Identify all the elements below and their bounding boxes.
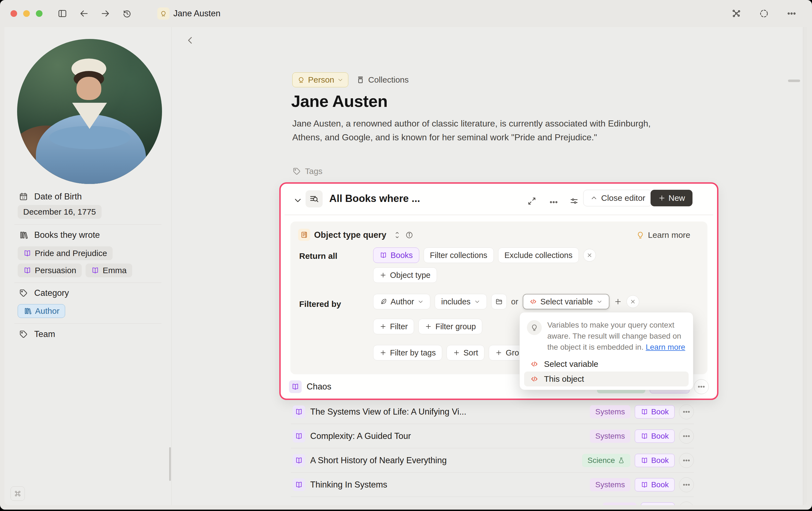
- add-filter-group-button[interactable]: Filter group: [418, 319, 482, 334]
- object-type-badge[interactable]: Book: [635, 405, 674, 419]
- forward-button[interactable]: [100, 8, 110, 19]
- object-sidebar: Date of Birth December 16, 1775 Books th…: [4, 27, 172, 505]
- add-sort-button[interactable]: Sort: [446, 345, 484, 360]
- books-type-chip[interactable]: Books: [373, 247, 419, 263]
- result-title: Thinking In Systems: [310, 480, 387, 490]
- open-book-icon: [23, 249, 31, 258]
- minimize-window-button[interactable]: [23, 10, 30, 17]
- open-book-icon: [641, 432, 648, 440]
- main-scrollbar[interactable]: [803, 27, 807, 505]
- shortcuts-button[interactable]: [10, 486, 25, 501]
- date-of-birth-value[interactable]: December 16, 1775: [18, 205, 102, 219]
- add-object-type-button[interactable]: Object type: [373, 267, 437, 283]
- back-button[interactable]: [79, 8, 89, 19]
- result-row[interactable]: The Systems View of Life: A Unifying Vi.…: [291, 400, 694, 424]
- select-variable-dropdown[interactable]: Select variable: [523, 294, 609, 310]
- filter-collections-button[interactable]: Filter collections: [424, 247, 494, 263]
- result-row[interactable]: Complexity: A Guided Tour Systems Book: [291, 424, 694, 448]
- book-pill[interactable]: Persuasion: [18, 264, 82, 277]
- open-book-icon: [293, 405, 305, 418]
- sidebar-scrollbar[interactable]: [169, 447, 171, 481]
- x-icon: [586, 252, 593, 259]
- profile-image[interactable]: [17, 39, 162, 184]
- query-block-icon-button[interactable]: [306, 190, 323, 208]
- result-row[interactable]: A Short History of Nearly Everything Sci…: [291, 448, 694, 473]
- query-more-button[interactable]: [549, 197, 558, 207]
- row-more-button[interactable]: [679, 477, 694, 492]
- history-button[interactable]: [122, 8, 132, 19]
- row-more-button[interactable]: [679, 453, 694, 468]
- variable-dropdown-popup: Variables to make your query context awa…: [519, 312, 693, 390]
- graph-view-button[interactable]: [731, 8, 741, 19]
- result-title: The Systems View of Life: A Unifying Vi.…: [310, 407, 466, 417]
- tag-badge-label: Systems: [595, 480, 625, 489]
- tag-badge[interactable]: Science: [582, 454, 631, 467]
- book-pill[interactable]: Emma: [86, 264, 132, 277]
- menu-item-select-variable[interactable]: Select variable: [524, 357, 689, 372]
- expand-icon: [527, 196, 536, 206]
- page-title[interactable]: Jane Austen: [291, 92, 387, 111]
- field-label: Books they wrote: [34, 230, 100, 240]
- add-filter-button[interactable]: Filter: [373, 319, 414, 334]
- learn-more-button[interactable]: Learn more: [636, 231, 690, 240]
- info-icon[interactable]: [405, 231, 413, 239]
- toggle-sidebar-button[interactable]: [57, 8, 67, 19]
- collections-button[interactable]: Collections: [356, 75, 409, 84]
- ellipsis-icon: [682, 432, 691, 440]
- menu-item-label: This object: [544, 374, 584, 384]
- result-title: A Short History of Nearly Everything: [310, 456, 446, 465]
- add-filter-value-button[interactable]: [614, 297, 622, 306]
- ellipsis-icon: [682, 408, 691, 416]
- tag-badge[interactable]: Systems: [590, 478, 630, 491]
- field-team: Team: [19, 329, 55, 339]
- object-type-badge[interactable]: Book: [635, 478, 674, 491]
- plus-icon: [379, 349, 387, 356]
- new-button[interactable]: New: [650, 190, 693, 206]
- close-window-button[interactable]: [10, 10, 17, 17]
- maximize-window-button[interactable]: [36, 10, 42, 17]
- focus-mode-button[interactable]: [759, 8, 769, 19]
- add-filter-group-label: Filter group: [435, 322, 476, 331]
- tag-badge[interactable]: Systems: [590, 430, 630, 443]
- close-editor-button[interactable]: Close editor: [583, 190, 652, 206]
- row-more-button[interactable]: [694, 379, 709, 394]
- filter-operator-select[interactable]: includes: [435, 294, 487, 310]
- row-more-button[interactable]: [679, 404, 694, 419]
- object-type-badge[interactable]: Book: [635, 454, 674, 467]
- collapse-panel-button[interactable]: [185, 35, 195, 45]
- plus-icon: [425, 323, 432, 330]
- page-description[interactable]: Jane Austen, a renowned author of classi…: [292, 116, 682, 144]
- object-type-badge[interactable]: Person: [292, 72, 348, 87]
- current-tab[interactable]: Jane Austen: [157, 7, 221, 20]
- window-more-button[interactable]: [787, 8, 796, 19]
- remove-return-row-button[interactable]: [583, 249, 596, 262]
- field-category: Category: [19, 288, 69, 298]
- tag-badge[interactable]: Systems: [590, 405, 630, 419]
- query-type-switcher-icon[interactable]: [394, 232, 401, 239]
- date-value-label: December 16, 1775: [23, 207, 96, 217]
- result-row[interactable]: Thinking In Systems Systems Book: [291, 473, 694, 497]
- code-icon: [529, 298, 537, 305]
- add-filter-by-tags-button[interactable]: Filter by tags: [373, 345, 442, 360]
- book-pill[interactable]: Pride and Prejudice: [18, 246, 113, 260]
- filter-property-select[interactable]: Author: [373, 294, 430, 310]
- exclude-collections-button[interactable]: Exclude collections: [498, 247, 579, 263]
- menu-item-this-object[interactable]: This object: [524, 372, 689, 386]
- pick-object-button[interactable]: [491, 294, 507, 310]
- query-type-label[interactable]: Object type query: [314, 230, 386, 240]
- object-type-badge[interactable]: Book: [635, 430, 674, 443]
- learn-more-link[interactable]: Learn more: [645, 343, 685, 351]
- tags-row[interactable]: Tags: [292, 166, 322, 176]
- drag-handle[interactable]: [788, 80, 800, 82]
- code-icon: [530, 360, 539, 368]
- result-row-partial[interactable]: [291, 497, 694, 505]
- query-title[interactable]: All Books where ...: [329, 193, 420, 205]
- row-more-button[interactable]: [679, 429, 694, 443]
- add-sort-label: Sort: [463, 348, 478, 357]
- chevron-up-icon: [590, 194, 598, 202]
- expand-query-button[interactable]: [527, 196, 536, 206]
- query-settings-button[interactable]: [570, 196, 579, 206]
- category-pill-author[interactable]: Author: [18, 304, 65, 318]
- remove-filter-button[interactable]: [627, 295, 639, 308]
- collapse-query-button[interactable]: [293, 195, 303, 205]
